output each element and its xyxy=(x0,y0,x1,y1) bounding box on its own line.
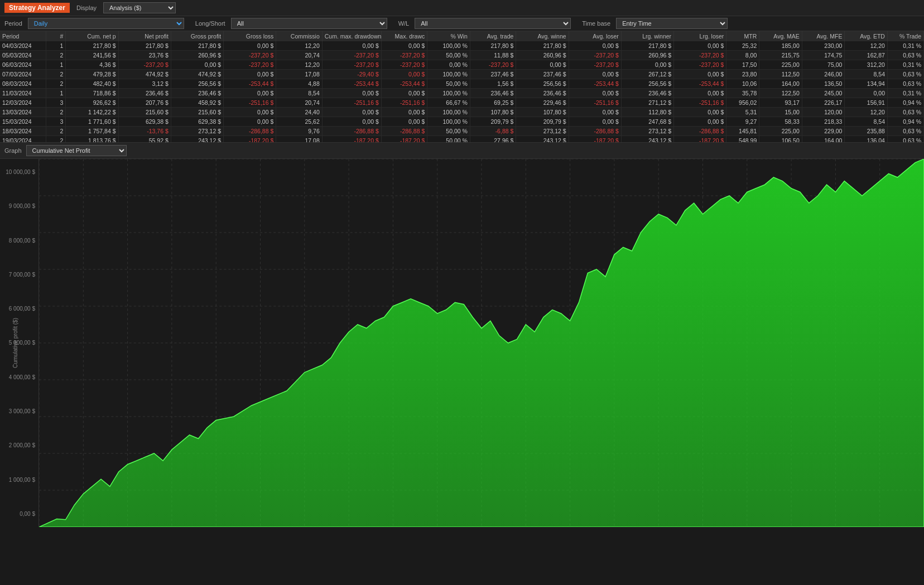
table-cell: 256,56 $ xyxy=(171,79,223,89)
table-cell: 243,12 $ xyxy=(516,136,569,143)
y-tick: 7 000,00 $ xyxy=(9,272,35,278)
table-cell: 69,25 $ xyxy=(470,98,516,108)
table-cell: 100,00 % xyxy=(427,89,470,98)
table-cell: 20,74 xyxy=(276,51,322,60)
th-avg-w: Avg. winne xyxy=(516,31,569,41)
table-cell: 50,00 % xyxy=(427,51,470,60)
table-cell: 164,00 xyxy=(802,136,845,143)
y-axis-label: Cumulative profit ($) xyxy=(12,318,18,368)
table-cell: 0,00 xyxy=(845,89,888,98)
table-cell: 2 xyxy=(46,51,65,60)
table-cell: 164,00 xyxy=(759,79,802,89)
table-cell: -237,20 $ xyxy=(381,60,427,70)
table-cell: 2 xyxy=(46,108,65,117)
th-trade: % Trade xyxy=(887,31,923,41)
table-cell: 0,00 $ xyxy=(224,89,276,98)
app-title: Strategy Analyzer xyxy=(4,3,70,13)
table-cell: 4,36 $ xyxy=(66,60,118,70)
table-cell: 66,67 % xyxy=(427,98,470,108)
table-cell: 100,00 % xyxy=(427,70,470,79)
table-cell: 241,56 $ xyxy=(66,51,118,60)
th-win: % Win xyxy=(427,31,470,41)
th-cum-max: Cum. max. drawdown xyxy=(322,31,381,41)
table-cell: 15,00 xyxy=(759,108,802,117)
table-cell: 08/03/2024 xyxy=(0,79,46,89)
table-cell: 215,60 $ xyxy=(171,108,223,117)
th-avg-l: Avg. loser xyxy=(569,31,621,41)
table-cell: 225,00 xyxy=(759,127,802,136)
display-select[interactable]: Analysis ($) xyxy=(103,2,176,13)
table-cell: 236,46 $ xyxy=(470,89,516,98)
table-cell: 19/03/2024 xyxy=(0,136,46,143)
table-cell: 229,46 $ xyxy=(516,98,569,108)
table-cell: 0,00 $ xyxy=(381,89,427,98)
table-cell: -237,20 $ xyxy=(118,60,171,70)
y-tick: 0,00 $ xyxy=(20,511,35,517)
table-cell: 35,78 xyxy=(726,89,759,98)
table-cell: 226,17 xyxy=(802,98,845,108)
y-tick: 6 000,00 $ xyxy=(9,306,35,312)
table-cell: 12,20 xyxy=(845,108,888,117)
period-label: Period xyxy=(4,20,22,27)
y-tick: 3 000,00 $ xyxy=(9,408,35,414)
table-cell: 0,94 % xyxy=(887,98,923,108)
tb-select[interactable]: Entry Time xyxy=(616,18,728,29)
table-cell: 11/03/2024 xyxy=(0,89,46,98)
table-header-row: Period # Cum. net p Net profit Gross pro… xyxy=(0,31,924,41)
th-mae: Avg. MAE xyxy=(759,31,802,41)
table-cell: 0,00 $ xyxy=(569,117,621,127)
table-cell: 134,94 xyxy=(845,79,888,89)
table-cell: -187,20 $ xyxy=(674,136,726,143)
table-cell: 458,92 $ xyxy=(171,98,223,108)
table-cell: 1 142,22 $ xyxy=(66,108,118,117)
table-cell: -286,88 $ xyxy=(381,127,427,136)
table-cell: 8,54 xyxy=(845,117,888,127)
th-gross-p: Gross profit xyxy=(171,31,223,41)
table-cell: 106,50 xyxy=(759,136,802,143)
table-cell: -251,16 $ xyxy=(322,98,381,108)
table-row: 19/03/202421 813,76 $55,92 $243,12 $-187… xyxy=(0,136,924,143)
table-cell: 236,46 $ xyxy=(118,89,171,98)
table-cell: 0,00 $ xyxy=(322,89,381,98)
y-tick: 4 000,00 $ xyxy=(9,374,35,380)
table-cell: 271,12 $ xyxy=(621,98,673,108)
table-cell: 629,38 $ xyxy=(171,117,223,127)
table-cell: 246,00 xyxy=(802,70,845,79)
table-cell: 0,31 % xyxy=(887,89,923,98)
table-cell: 0,31 % xyxy=(887,41,923,51)
table-cell: -237,20 $ xyxy=(674,51,726,60)
table-cell: 218,33 xyxy=(802,117,845,127)
th-etd: Avg. ETD xyxy=(845,31,888,41)
table-cell: 1 757,84 $ xyxy=(66,127,118,136)
table-cell: 0,00 $ xyxy=(674,70,726,79)
table-cell: -251,16 $ xyxy=(674,98,726,108)
th-mfe: Avg. MFE xyxy=(802,31,845,41)
chart-main: 04/03/202424/03/202407/04/202421/04/2024… xyxy=(39,159,924,527)
graph-type-select[interactable]: Cumulative Net Profit xyxy=(26,145,127,156)
table-cell: 0,00 $ xyxy=(381,108,427,117)
table-cell: -187,20 $ xyxy=(322,136,381,143)
table-cell: -286,88 $ xyxy=(674,127,726,136)
table-cell: 122,50 xyxy=(759,89,802,98)
table-row: 04/03/20241217,80 $217,80 $217,80 $0,00 … xyxy=(0,41,924,51)
table-cell: 24,40 xyxy=(276,108,322,117)
table-cell: 0,00 $ xyxy=(322,108,381,117)
table-cell: 217,80 $ xyxy=(66,41,118,51)
table-cell: -237,20 $ xyxy=(224,51,276,60)
table-cell: 0,00 $ xyxy=(569,89,621,98)
table-cell: 0,00 % xyxy=(427,60,470,70)
wl-select[interactable]: All xyxy=(415,18,571,29)
table-cell: 0,63 % xyxy=(887,70,923,79)
table-row: 15/03/202431 771,60 $629,38 $629,38 $0,0… xyxy=(0,117,924,127)
table-cell: 0,00 $ xyxy=(381,70,427,79)
period-select[interactable]: Daily xyxy=(28,18,184,29)
table-cell: -253,44 $ xyxy=(381,79,427,89)
table-cell: 0,00 $ xyxy=(322,117,381,127)
table-cell: 1 771,60 $ xyxy=(66,117,118,127)
table-cell: -253,44 $ xyxy=(224,79,276,89)
table-cell: 136,50 xyxy=(802,79,845,89)
table-cell: -251,16 $ xyxy=(569,98,621,108)
ls-select[interactable]: All xyxy=(231,18,387,29)
table-cell: 956,02 xyxy=(726,98,759,108)
table-cell: 5,31 xyxy=(726,108,759,117)
